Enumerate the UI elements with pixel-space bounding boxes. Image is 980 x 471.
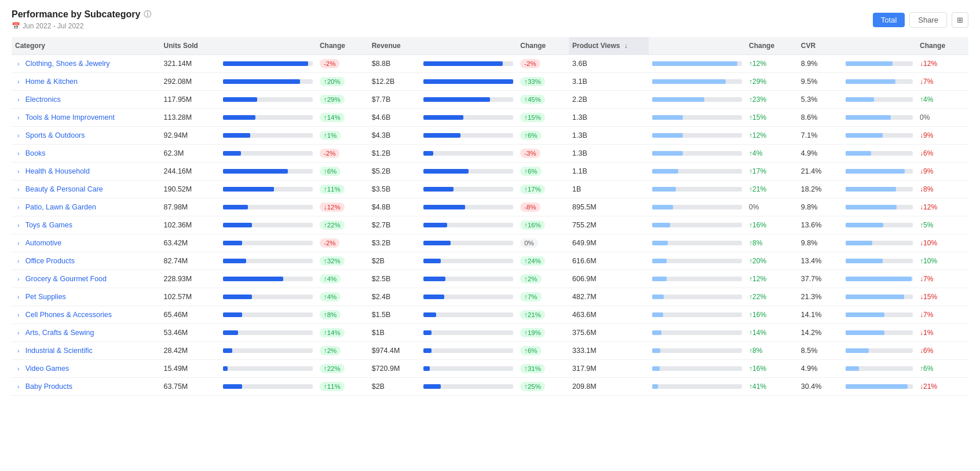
pv-bar-cell: [649, 270, 745, 288]
revenue-cell: $7.7B: [368, 91, 420, 109]
bar-fill-light: [652, 151, 683, 156]
bar-fill-light: [846, 241, 873, 245]
change-text: ↑17%: [749, 167, 766, 175]
category-name[interactable]: Patio, Lawn & Garden: [25, 203, 96, 211]
category-name[interactable]: Office Products: [25, 257, 75, 265]
change-text: ↑12%: [749, 60, 766, 68]
col-header-product-views[interactable]: Product Views ↓: [569, 37, 649, 55]
col-header-cvr: CVR: [798, 37, 842, 55]
change-badge: -8%: [520, 203, 540, 212]
pv-change-cell: ↑15%: [745, 109, 798, 127]
rev-bar-cell: [420, 145, 517, 163]
bar-background: [846, 330, 913, 335]
category-name[interactable]: Baby Products: [25, 382, 72, 391]
expand-button[interactable]: ›: [15, 346, 22, 355]
category-name[interactable]: Grocery & Gourmet Food: [25, 275, 107, 283]
cvr-bar-cell: [842, 252, 916, 270]
units-sold-cell: 102.36M: [160, 216, 220, 234]
bar-fill-light: [652, 348, 660, 353]
cvr-bar-cell: [842, 216, 916, 234]
cvr-bar-cell: [842, 234, 916, 252]
bar-fill: [223, 223, 252, 227]
change-badge: ↑6%: [520, 346, 541, 355]
bar-background: [846, 366, 913, 371]
category-name[interactable]: Clothing, Shoes & Jewelry: [25, 60, 110, 68]
expand-button[interactable]: ›: [15, 185, 22, 194]
expand-button[interactable]: ›: [15, 274, 22, 284]
bar-fill: [423, 79, 513, 84]
bar-background: [652, 295, 742, 299]
category-name[interactable]: Tools & Home Improvement: [25, 113, 115, 122]
cvr-change-cell: ↓8%: [916, 181, 968, 198]
bar-background: [846, 312, 913, 317]
product-views-cell: 482.7M: [569, 288, 649, 306]
category-name[interactable]: Arts, Crafts & Sewing: [25, 329, 94, 337]
bar-background: [223, 151, 313, 156]
change-badge: ↑4%: [320, 292, 341, 301]
category-name[interactable]: Automotive: [25, 239, 62, 247]
expand-button[interactable]: ›: [15, 292, 22, 301]
bar-fill-light: [846, 223, 883, 227]
total-button[interactable]: Total: [873, 13, 905, 27]
expand-button[interactable]: ›: [15, 220, 22, 230]
units-bar-cell: [220, 216, 316, 234]
pv-change-cell: ↑16%: [745, 360, 798, 378]
cvr-bar-cell: [842, 360, 916, 378]
expand-button[interactable]: ›: [15, 149, 22, 158]
bar-background: [223, 61, 313, 66]
export-button[interactable]: ⊞: [952, 12, 968, 28]
pv-change-cell: ↑14%: [745, 324, 798, 342]
category-name[interactable]: Health & Household: [25, 167, 90, 175]
units-change-cell: ↑6%: [316, 163, 368, 181]
category-name[interactable]: Pet Supplies: [25, 293, 66, 301]
bar-background: [846, 151, 913, 156]
change-text: ↓9%: [920, 131, 933, 139]
category-name[interactable]: Cell Phones & Accessories: [25, 311, 112, 319]
expand-button[interactable]: ›: [15, 364, 22, 373]
units-change-cell: ↑8%: [316, 306, 368, 324]
bar-background: [423, 259, 513, 263]
category-name[interactable]: Video Games: [25, 365, 70, 373]
bar-background: [652, 223, 742, 227]
info-icon[interactable]: ⓘ: [144, 9, 151, 20]
expand-button[interactable]: ›: [15, 238, 22, 248]
expand-button[interactable]: ›: [15, 203, 22, 212]
bar-background: [652, 205, 742, 209]
expand-button[interactable]: ›: [15, 382, 22, 391]
rev-bar-cell: [420, 288, 517, 306]
units-bar-cell: [220, 145, 316, 163]
category-name[interactable]: Sports & Outdoors: [25, 131, 85, 139]
change-badge: ↑14%: [320, 113, 345, 122]
share-button[interactable]: Share: [909, 12, 947, 28]
change-text: ↑4%: [920, 95, 933, 104]
expand-button[interactable]: ›: [15, 59, 22, 68]
bar-fill: [223, 295, 252, 299]
rev-bar-cell: [420, 73, 517, 91]
expand-button[interactable]: ›: [15, 167, 22, 176]
expand-button[interactable]: ›: [15, 77, 22, 86]
table-row: › Arts, Crafts & Sewing 53.46M ↑14% $1B …: [12, 324, 968, 342]
bar-background: [846, 277, 913, 281]
category-name[interactable]: Toys & Games: [25, 221, 72, 229]
units-sold-cell: 113.28M: [160, 109, 220, 127]
expand-button[interactable]: ›: [15, 113, 22, 122]
bar-background: [223, 366, 313, 371]
expand-button[interactable]: ›: [15, 328, 22, 337]
bar-fill-light: [652, 330, 661, 335]
change-text: ↑10%: [920, 257, 937, 265]
category-name[interactable]: Electronics: [25, 95, 61, 104]
bar-fill-light: [846, 115, 891, 120]
category-name[interactable]: Books: [25, 149, 46, 157]
units-change-cell: ↑29%: [316, 91, 368, 109]
revenue-cell: $720.9M: [368, 360, 420, 378]
category-name[interactable]: Home & Kitchen: [25, 78, 78, 86]
expand-button[interactable]: ›: [15, 131, 22, 140]
category-name[interactable]: Industrial & Scientific: [25, 347, 93, 355]
expand-button[interactable]: ›: [15, 256, 22, 266]
category-name[interactable]: Beauty & Personal Care: [25, 185, 103, 193]
units-bar-cell: [220, 306, 316, 324]
change-text: ↓21%: [920, 382, 937, 391]
expand-button[interactable]: ›: [15, 310, 22, 319]
expand-button[interactable]: ›: [15, 95, 22, 104]
rev-bar-cell: [420, 55, 517, 73]
